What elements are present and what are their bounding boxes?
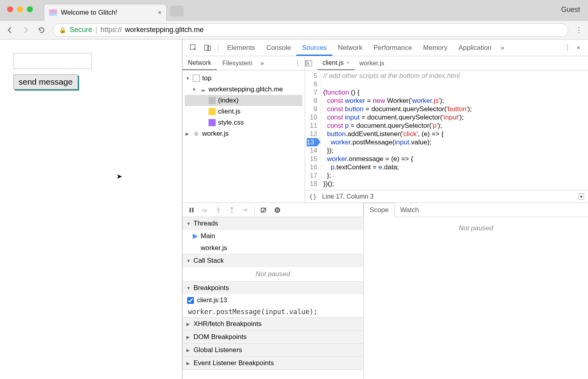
browser-toolbar: 🔒 Secure | https://workerstepping.glitch… <box>0 21 588 40</box>
tab-elements[interactable]: Elements <box>222 40 261 56</box>
js-file-icon <box>209 108 216 115</box>
minimize-window-button[interactable] <box>17 6 23 12</box>
devtools-close-icon[interactable]: × <box>573 44 584 52</box>
address-bar[interactable]: 🔒 Secure | https://workerstepping.glitch… <box>53 23 568 37</box>
device-toolbar-icon[interactable] <box>201 44 215 52</box>
svg-rect-5 <box>190 208 191 212</box>
send-message-button[interactable]: send message <box>13 74 78 89</box>
browser-menu-button[interactable]: ⋮ <box>575 26 582 34</box>
message-input[interactable] <box>13 53 92 69</box>
pretty-print-icon[interactable]: {} <box>309 193 317 200</box>
navigator-tab-filesystem[interactable]: Filesystem <box>217 57 258 70</box>
tree-top-label: top <box>202 74 212 82</box>
step-over-button[interactable] <box>199 205 211 215</box>
navigator-more-icon[interactable]: » <box>260 60 264 67</box>
maximize-window-button[interactable] <box>27 6 33 12</box>
tree-file-index[interactable]: (index) <box>185 95 302 106</box>
tree-domain[interactable]: ▼☁workerstepping.glitch.me <box>185 84 302 95</box>
global-listeners-header[interactable]: ▶Global Listeners <box>182 344 363 356</box>
section-label: Call Stack <box>193 257 224 265</box>
browser-tab-strip: Welcome to Glitch! × Guest <box>0 0 588 21</box>
code-editor[interactable]: 56789101112131415161718 // add other scr… <box>305 70 588 190</box>
thread-main[interactable]: ▶Main <box>182 230 363 242</box>
tree-top[interactable]: ▼top <box>185 73 302 84</box>
close-tab-icon[interactable]: × <box>158 9 161 16</box>
coverage-dropdown-icon[interactable]: ▾ <box>579 193 584 200</box>
document-icon <box>209 97 216 104</box>
step-button[interactable] <box>239 205 251 215</box>
watch-tab[interactable]: Watch <box>395 203 425 217</box>
file-tree: ▼top ▼☁workerstepping.glitch.me (index) … <box>182 70 305 203</box>
xhr-breakpoints-section: ▶XHR/fetch Breakpoints <box>182 318 363 331</box>
more-tabs-icon[interactable]: » <box>497 44 508 52</box>
breakpoint-checkbox[interactable] <box>187 297 194 304</box>
forward-button[interactable] <box>21 26 30 34</box>
reload-button[interactable] <box>37 26 46 34</box>
editor-tab-client[interactable]: client.js× <box>318 57 355 70</box>
line-gutter[interactable]: 56789101112131415161718 <box>305 70 321 190</box>
svg-point-9 <box>231 211 233 213</box>
profile-label[interactable]: Guest <box>561 6 580 14</box>
svg-rect-6 <box>192 208 194 212</box>
favicon-icon <box>49 9 57 16</box>
scope-tab[interactable]: Scope <box>364 203 395 217</box>
toggle-navigator-icon[interactable] <box>305 60 318 66</box>
tab-network[interactable]: Network <box>332 40 368 56</box>
threads-header[interactable]: ▼Threads <box>182 217 363 230</box>
breakpoint-item[interactable]: client.js:13 <box>182 294 363 306</box>
navigator-menu-icon[interactable]: ⋮ <box>294 59 305 67</box>
xhr-breakpoints-header[interactable]: ▶XHR/fetch Breakpoints <box>182 318 363 330</box>
close-window-button[interactable] <box>7 6 13 12</box>
tree-file-client[interactable]: client.js <box>185 106 302 117</box>
breakpoint-label: client.js:13 <box>197 297 227 304</box>
navigator-pane: Network Filesystem » ⋮ ▼top ▼☁workerstep… <box>182 56 305 203</box>
devtools-menu-icon[interactable]: ⋮ <box>562 44 573 52</box>
debugger-controls <box>182 203 363 217</box>
new-tab-button[interactable] <box>170 6 184 17</box>
svg-rect-12 <box>278 208 279 212</box>
lock-icon: 🔒 <box>59 27 66 34</box>
pause-on-exceptions-button[interactable] <box>271 205 283 215</box>
editor-tab-worker[interactable]: worker.js <box>355 57 389 70</box>
callstack-header[interactable]: ▼Call Stack <box>182 254 363 267</box>
browser-tab[interactable]: Welcome to Glitch! × <box>44 4 167 21</box>
svg-point-10 <box>275 207 280 213</box>
svg-rect-11 <box>276 208 277 212</box>
tab-title: Welcome to Glitch! <box>61 9 154 17</box>
dom-breakpoints-header[interactable]: ▶DOM Breakpoints <box>182 331 363 343</box>
tree-worker[interactable]: ▶⚙worker.js <box>185 128 302 139</box>
inspect-element-icon[interactable] <box>186 44 201 52</box>
section-label: Event Listener Breakpoints <box>193 359 274 367</box>
tab-performance[interactable]: Performance <box>368 40 417 56</box>
section-label: XHR/fetch Breakpoints <box>193 320 262 328</box>
tab-application[interactable]: Application <box>453 40 497 56</box>
tab-memory[interactable]: Memory <box>417 40 453 56</box>
tree-file-style[interactable]: style.css <box>185 117 302 128</box>
cloud-icon: ☁ <box>199 86 206 93</box>
event-listener-header[interactable]: ▶Event Listener Breakpoints <box>182 357 363 370</box>
editor-status-bar: {} Line 17, Column 3 ▾ <box>305 190 588 203</box>
code-body[interactable]: // add other scripts at the bottom of in… <box>321 70 474 190</box>
tree-worker-label: worker.js <box>202 130 229 138</box>
tree-file-label: client.js <box>218 108 241 116</box>
breakpoints-header[interactable]: ▼Breakpoints <box>182 282 363 294</box>
step-out-button[interactable] <box>226 205 238 215</box>
callstack-status: Not paused <box>182 267 363 281</box>
tab-sources[interactable]: Sources <box>296 40 332 56</box>
threads-section: ▼Threads ▶Main worker.js <box>182 217 363 254</box>
back-button[interactable] <box>6 26 14 34</box>
close-icon[interactable]: × <box>347 60 350 66</box>
thread-worker[interactable]: worker.js <box>182 242 363 254</box>
navigator-tab-network[interactable]: Network <box>182 57 217 70</box>
deactivate-breakpoints-button[interactable] <box>258 205 270 215</box>
step-into-button[interactable] <box>212 205 224 215</box>
tab-console[interactable]: Console <box>261 40 296 56</box>
dom-breakpoints-section: ▶DOM Breakpoints <box>182 331 363 344</box>
scope-watch-tabs: Scope Watch <box>364 203 588 217</box>
css-file-icon <box>209 119 216 126</box>
debugger-right: Scope Watch Not paused <box>364 203 588 379</box>
pause-button[interactable] <box>186 205 197 215</box>
breakpoint-code: worker.postMessage(input.value); <box>182 306 363 317</box>
section-label: Global Listeners <box>193 346 242 354</box>
section-label: DOM Breakpoints <box>193 333 247 341</box>
